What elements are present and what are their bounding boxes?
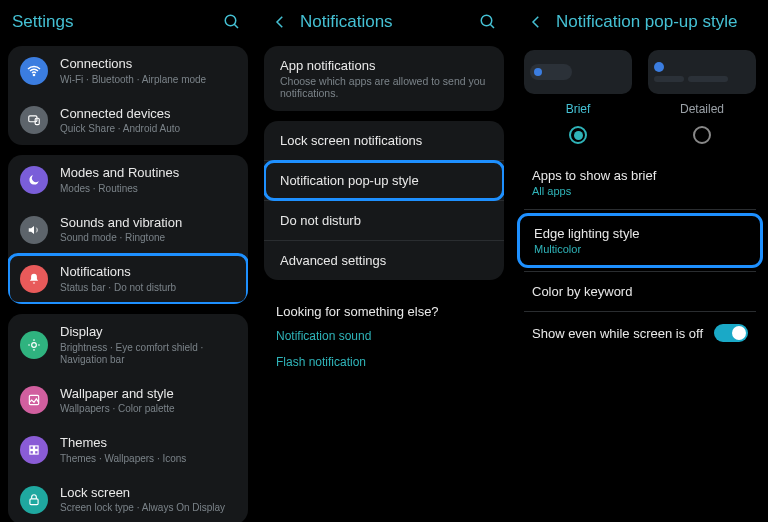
svg-rect-15	[30, 498, 38, 504]
lock-icon	[20, 486, 48, 514]
settings-group-2: Modes and RoutinesModes · Routines Sound…	[8, 155, 248, 304]
svg-point-2	[33, 74, 34, 75]
svg-rect-11	[30, 446, 34, 450]
settings-group-1: ConnectionsWi-Fi · Bluetooth · Airplane …	[8, 46, 248, 145]
svg-line-1	[234, 24, 238, 28]
brief-preview	[524, 50, 632, 94]
page-title: Notifications	[300, 12, 468, 32]
sound-icon	[20, 216, 48, 244]
display-icon	[20, 331, 48, 359]
svg-point-16	[481, 15, 492, 26]
item-do-not-disturb[interactable]: Do not disturb	[264, 201, 504, 240]
item-lockscreen-notifications[interactable]: Lock screen notifications	[264, 121, 504, 160]
toggle-switch[interactable]	[714, 324, 748, 342]
pane-popup-style: Notification pop-up style Brief Detailed…	[512, 0, 768, 522]
style-label: Detailed	[680, 102, 724, 116]
search-icon[interactable]	[476, 10, 500, 34]
notifications-group: Lock screen notifications Notification p…	[264, 121, 504, 280]
page-title: Notification pop-up style	[556, 12, 756, 32]
settings-item-lockscreen[interactable]: Lock screenScreen lock type · Always On …	[8, 475, 248, 522]
style-option-detailed[interactable]: Detailed	[648, 50, 756, 144]
pane-settings: Settings ConnectionsWi-Fi · Bluetooth · …	[0, 0, 256, 522]
themes-icon	[20, 436, 48, 464]
svg-rect-12	[35, 446, 39, 450]
settings-item-notifications[interactable]: NotificationsStatus bar · Do not disturb	[8, 254, 248, 304]
moon-icon	[20, 166, 48, 194]
back-icon[interactable]	[524, 10, 548, 34]
wallpaper-icon	[20, 386, 48, 414]
svg-point-0	[225, 15, 236, 26]
divider	[524, 209, 756, 210]
detailed-preview	[648, 50, 756, 94]
radio-detailed[interactable]	[693, 126, 711, 144]
item-show-while-screen-off[interactable]: Show even while screen is off	[516, 312, 764, 354]
settings-group-3: DisplayBrightness · Eye comfort shield ·…	[8, 314, 248, 522]
app-notifications-card: App notifications Choose which apps are …	[264, 46, 504, 111]
style-label: Brief	[566, 102, 591, 116]
search-icon[interactable]	[220, 10, 244, 34]
settings-item-display[interactable]: DisplayBrightness · Eye comfort shield ·…	[8, 314, 248, 376]
header: Notification pop-up style	[516, 0, 764, 46]
header: Settings	[4, 0, 252, 46]
svg-line-17	[490, 24, 494, 28]
settings-item-themes[interactable]: ThemesThemes · Wallpapers · Icons	[8, 425, 248, 475]
settings-item-connected-devices[interactable]: Connected devicesQuick Share · Android A…	[8, 96, 248, 146]
bell-icon	[20, 265, 48, 293]
style-option-brief[interactable]: Brief	[524, 50, 632, 144]
item-app-notifications[interactable]: App notifications Choose which apps are …	[264, 46, 504, 111]
header: Notifications	[260, 0, 508, 46]
looking-for-label: Looking for something else?	[260, 290, 508, 323]
link-notification-sound[interactable]: Notification sound	[260, 323, 508, 349]
item-advanced-settings[interactable]: Advanced settings	[264, 241, 504, 280]
back-icon[interactable]	[268, 10, 292, 34]
pane-notifications: Notifications App notifications Choose w…	[256, 0, 512, 522]
link-flash-notification[interactable]: Flash notification	[260, 349, 508, 375]
item-notification-popup-style[interactable]: Notification pop-up style	[264, 161, 504, 200]
item-apps-to-show-brief[interactable]: Apps to show as brief All apps	[516, 156, 764, 209]
svg-rect-13	[30, 451, 34, 455]
wifi-icon	[20, 57, 48, 85]
page-title: Settings	[12, 12, 212, 32]
radio-brief[interactable]	[569, 126, 587, 144]
settings-item-connections[interactable]: ConnectionsWi-Fi · Bluetooth · Airplane …	[8, 46, 248, 96]
item-edge-lighting-style[interactable]: Edge lighting style Multicolor	[518, 214, 762, 267]
svg-rect-14	[35, 451, 39, 455]
style-options: Brief Detailed	[516, 46, 764, 144]
settings-item-sounds[interactable]: Sounds and vibrationSound mode · Rington…	[8, 205, 248, 255]
device-icon	[20, 106, 48, 134]
svg-point-5	[32, 342, 37, 347]
item-color-by-keyword[interactable]: Color by keyword	[516, 272, 764, 311]
settings-item-wallpaper[interactable]: Wallpaper and styleWallpapers · Color pa…	[8, 376, 248, 426]
settings-item-modes[interactable]: Modes and RoutinesModes · Routines	[8, 155, 248, 205]
